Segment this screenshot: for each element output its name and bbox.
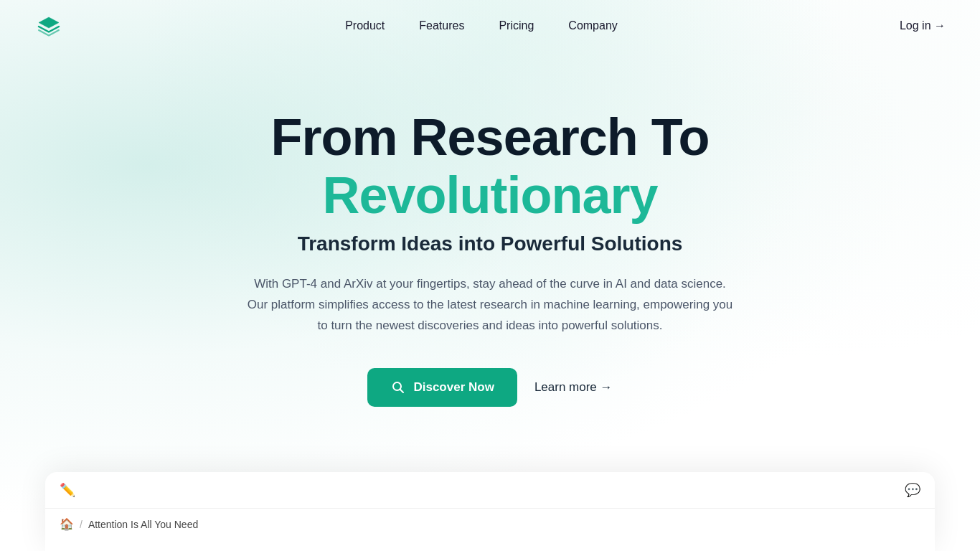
breadcrumb-separator: / — [80, 519, 83, 530]
hero-description: With GPT-4 and ArXiv at your fingertips,… — [246, 274, 734, 336]
card-header: ✏️ 💬 — [45, 472, 935, 509]
breadcrumb-current: Attention Is All You Need — [88, 519, 198, 530]
breadcrumb: 🏠 / Attention Is All You Need — [45, 509, 935, 540]
pencil-icon: ✏️ — [60, 482, 75, 498]
learn-more-button[interactable]: Learn more → — [534, 380, 613, 395]
nav-item-features[interactable]: Features — [405, 14, 479, 38]
logo[interactable] — [34, 11, 63, 40]
hero-title-line2: Revolutionary — [322, 166, 657, 225]
nav-item-company[interactable]: Company — [554, 14, 631, 38]
card-peek: ✏️ 💬 🏠 / Attention Is All You Need — [45, 472, 935, 551]
login-button[interactable]: Log in → — [900, 19, 946, 32]
breadcrumb-home-icon[interactable]: 🏠 — [60, 517, 74, 531]
hero-title-line1: From Research To — [271, 109, 710, 166]
chat-icon: 💬 — [905, 482, 920, 498]
discover-now-button[interactable]: Discover Now — [367, 368, 517, 407]
nav-item-pricing[interactable]: Pricing — [484, 14, 548, 38]
search-icon — [390, 380, 406, 395]
nav-item-product[interactable]: Product — [331, 14, 399, 38]
navbar: Product Features Pricing Company Log in … — [0, 0, 980, 52]
hero-section: From Research To Revolutionary Transform… — [0, 52, 980, 407]
hero-subtitle: Transform Ideas into Powerful Solutions — [298, 231, 683, 257]
nav-links: Product Features Pricing Company — [331, 14, 632, 38]
cta-row: Discover Now Learn more → — [367, 368, 612, 407]
svg-line-1 — [400, 390, 404, 393]
discover-now-label: Discover Now — [413, 380, 494, 395]
